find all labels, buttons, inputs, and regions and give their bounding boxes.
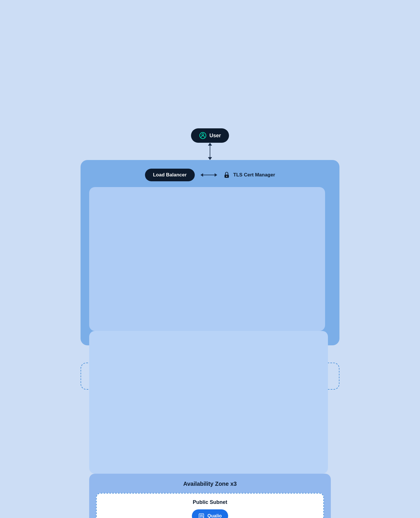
user-node: User — [191, 128, 229, 143]
lb-row: Load Balancer TLS Cert Manager — [89, 169, 331, 181]
main-aws-box: Load Balancer TLS Cert Manager — [81, 160, 339, 345]
lb-tls-arrow — [201, 173, 217, 177]
svg-point-3 — [226, 176, 227, 177]
zone-back-1 — [89, 331, 328, 474]
lock-icon — [223, 171, 230, 179]
availability-zone-card: Availability Zone x3 Public Subnet Quali… — [89, 474, 331, 518]
arrow-up-head — [208, 143, 212, 146]
arrow-h-line — [203, 175, 215, 175]
arrow-line — [210, 146, 210, 157]
load-balancer-node: Load Balancer — [145, 169, 195, 181]
public-subnet-box: Public Subnet Qualio — [96, 493, 324, 518]
user-to-lb-arrow — [208, 143, 212, 160]
stacked-zones: Availability Zone x3 Public Subnet Quali… — [89, 187, 331, 337]
qualio-button[interactable]: Qualio — [192, 509, 228, 518]
user-icon — [199, 132, 207, 139]
diagram-container: User Load Balancer — [81, 128, 339, 390]
qualio-label: Qualio — [207, 513, 222, 518]
tls-node: TLS Cert Manager — [223, 171, 275, 179]
public-subnet-title: Public Subnet — [193, 499, 227, 505]
lb-label: Load Balancer — [153, 172, 187, 178]
arrow-h-right — [215, 173, 217, 177]
tls-label: TLS Cert Manager — [233, 172, 275, 178]
svg-point-1 — [202, 134, 204, 136]
availability-zone-title: Availability Zone x3 — [96, 481, 324, 487]
qualio-icon — [198, 513, 205, 518]
zone-back-2 — [89, 187, 325, 331]
user-label: User — [209, 133, 221, 139]
arrow-h-left — [201, 173, 203, 177]
arrow-down-head — [208, 157, 212, 160]
